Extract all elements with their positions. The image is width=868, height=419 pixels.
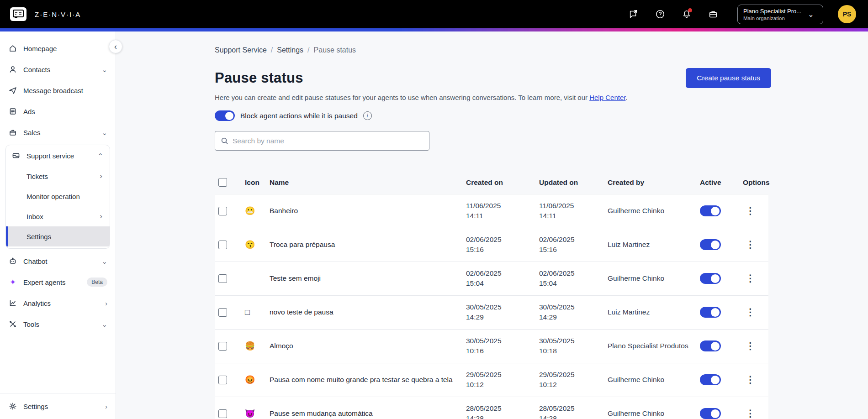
- row-created-by: Luiz Martinez: [604, 228, 696, 262]
- analytics-icon: [8, 299, 17, 308]
- row-created-on: 02/06/2025 15:16: [462, 228, 535, 262]
- description-text: Here you can create and edit pause statu…: [215, 94, 587, 101]
- notifications-icon[interactable]: [681, 8, 693, 20]
- sidebar-item-label: Analytics: [23, 299, 51, 307]
- brand-gradient-strip: [0, 28, 868, 31]
- row-created-by: Guilherme Chinko: [604, 397, 696, 419]
- active-toggle[interactable]: [700, 239, 721, 250]
- sidebar-item-expert-agents[interactable]: ✦ Expert agents Beta: [0, 272, 116, 293]
- active-toggle[interactable]: [700, 408, 721, 419]
- table-header-row: Icon Name Created on Updated on Created …: [215, 173, 768, 194]
- row-checkbox[interactable]: [218, 274, 227, 283]
- row-created-on: 29/05/2025 10:12: [462, 363, 535, 397]
- sidebar-item-support-service[interactable]: Support service ⌃: [6, 145, 110, 166]
- sidebar-subitem-inbox[interactable]: Inbox ›: [6, 206, 110, 226]
- row-checkbox[interactable]: [218, 308, 227, 317]
- table-row: 😙 Troca para prépausa 02/06/2025 15:16 0…: [215, 228, 768, 262]
- brand-wordmark: Z·E·N·V·I·A: [35, 10, 81, 18]
- row-checkbox[interactable]: [218, 241, 227, 249]
- sidebar-item-analytics[interactable]: Analytics ›: [0, 293, 116, 314]
- row-checkbox[interactable]: [218, 207, 227, 215]
- help-center-link[interactable]: Help Center: [589, 94, 625, 101]
- row-emoji-icon: 😡: [241, 363, 266, 397]
- sidebar-item-sales[interactable]: Sales ⌄: [0, 122, 116, 143]
- sales-icon: [8, 128, 17, 137]
- chevron-down-icon: ⌄: [101, 129, 107, 136]
- active-toggle[interactable]: [700, 205, 721, 216]
- row-updated-on: 29/05/2025 10:12: [535, 363, 604, 397]
- sidebar-collapse-button[interactable]: ‹: [109, 40, 122, 53]
- topbar: Z·E·N·V·I·A Plano Specialist Pro...: [0, 0, 868, 28]
- help-icon[interactable]: [654, 8, 666, 20]
- table-row: 😡 Pausa com nome muito grande pra testar…: [215, 363, 768, 397]
- gear-icon: [8, 402, 17, 411]
- options-kebab-icon[interactable]: ⋮: [743, 239, 758, 250]
- column-header-icon: Icon: [241, 173, 266, 194]
- organization-icon[interactable]: [707, 8, 719, 20]
- column-header-updated-on: Updated on: [535, 173, 604, 194]
- avatar[interactable]: PS: [838, 5, 856, 23]
- breadcrumb-separator: /: [271, 46, 273, 54]
- table-row: □ novo teste de pausa 30/05/2025 14:29 3…: [215, 295, 768, 329]
- breadcrumb-link-support-service[interactable]: Support Service: [215, 46, 267, 54]
- row-updated-on: 30/05/2025 10:18: [535, 329, 604, 363]
- row-name: Pause sem mudança automática: [266, 397, 462, 419]
- support-service-group: Support service ⌃ Tickets › Monitor oper…: [5, 145, 110, 249]
- row-checkbox[interactable]: [218, 409, 227, 418]
- row-created-by: Guilherme Chinko: [604, 262, 696, 295]
- options-kebab-icon[interactable]: ⋮: [743, 307, 758, 317]
- sidebar-item-contacts[interactable]: Contacts ⌄: [0, 59, 116, 80]
- home-icon: [8, 44, 17, 53]
- sidebar-item-tools[interactable]: Tools ⌄: [0, 314, 116, 335]
- zenvia-logo-icon[interactable]: [10, 7, 26, 21]
- sidebar-item-settings[interactable]: Settings ›: [0, 393, 116, 419]
- row-created-by: Guilherme Chinko: [604, 363, 696, 397]
- row-updated-on: 30/05/2025 14:29: [535, 295, 604, 329]
- row-created-on: 30/05/2025 10:16: [462, 329, 535, 363]
- sidebar-subitem-label: Monitor operation: [26, 193, 80, 200]
- support-service-icon: [11, 151, 21, 160]
- sidebar-subitem-label: Tickets: [26, 173, 48, 180]
- sidebar: ‹ Homepage Contacts ⌄ Message broadcast …: [0, 31, 116, 419]
- row-emoji-icon: □: [241, 295, 266, 329]
- info-icon[interactable]: i: [363, 111, 372, 120]
- select-all-checkbox[interactable]: [218, 178, 227, 187]
- contacts-icon: [8, 65, 17, 74]
- options-kebab-icon[interactable]: ⋮: [743, 273, 758, 283]
- options-kebab-icon[interactable]: ⋮: [743, 340, 758, 351]
- row-checkbox[interactable]: [218, 376, 227, 384]
- options-kebab-icon[interactable]: ⋮: [743, 374, 758, 385]
- options-kebab-icon[interactable]: ⋮: [743, 408, 758, 419]
- create-pause-status-button[interactable]: Create pause status: [686, 68, 771, 88]
- active-toggle[interactable]: [700, 340, 721, 351]
- sidebar-subitem-tickets[interactable]: Tickets ›: [6, 166, 110, 186]
- sidebar-item-message-broadcast[interactable]: Message broadcast: [0, 80, 116, 101]
- row-checkbox[interactable]: [218, 342, 227, 351]
- sidebar-subitem-settings[interactable]: Settings: [6, 226, 110, 246]
- org-selector[interactable]: Plano Specialist Pro... Main organizatio…: [737, 5, 823, 24]
- search-input[interactable]: [233, 137, 423, 145]
- sidebar-item-label: Chatbot: [23, 257, 48, 265]
- sidebar-item-chatbot[interactable]: Chatbot ⌄: [0, 251, 116, 272]
- options-kebab-icon[interactable]: ⋮: [743, 205, 758, 216]
- org-name: Plano Specialist Pro...: [743, 8, 801, 15]
- active-toggle[interactable]: [700, 273, 721, 284]
- sidebar-subitem-monitor-operation[interactable]: Monitor operation: [6, 186, 110, 206]
- breadcrumb-separator: /: [307, 46, 309, 54]
- table-row: Teste sem emoji 02/06/2025 15:04 02/06/2…: [215, 262, 768, 295]
- block-agent-actions-toggle[interactable]: [215, 110, 235, 121]
- sidebar-item-homepage[interactable]: Homepage: [0, 38, 116, 59]
- notification-dot: [688, 8, 692, 12]
- table-row: 🍔 Almoço 30/05/2025 10:16 30/05/2025 10:…: [215, 329, 768, 363]
- row-created-on: 30/05/2025 14:29: [462, 295, 535, 329]
- sidebar-bottom: Settings ›: [0, 393, 116, 419]
- org-subtitle: Main organization: [743, 16, 801, 21]
- chat-compose-icon[interactable]: [628, 8, 640, 20]
- active-toggle[interactable]: [700, 374, 721, 385]
- active-toggle[interactable]: [700, 307, 721, 318]
- sidebar-item-ads[interactable]: Ads: [0, 101, 116, 122]
- sidebar-item-label: Homepage: [23, 45, 57, 52]
- block-agent-actions-label: Block agent actions while it is paused: [240, 112, 358, 120]
- chevron-right-icon: ›: [100, 212, 102, 221]
- breadcrumb-link-settings[interactable]: Settings: [277, 46, 303, 54]
